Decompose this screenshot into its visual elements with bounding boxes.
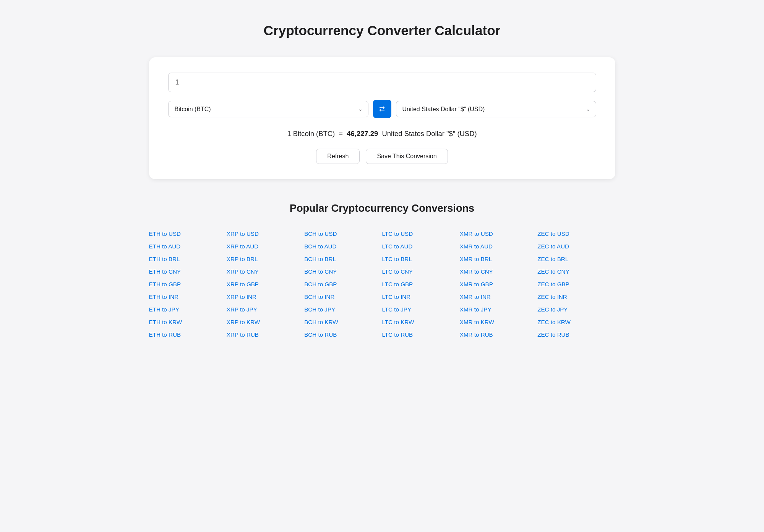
conversion-link[interactable]: XRP to AUD — [227, 241, 304, 252]
conversion-link[interactable]: BCH to RUB — [304, 329, 382, 340]
conversion-link[interactable]: LTC to AUD — [382, 241, 459, 252]
conversion-link[interactable]: LTC to GBP — [382, 279, 459, 290]
conversion-link[interactable]: ZEC to JPY — [537, 304, 615, 315]
conversion-link[interactable]: ETH to USD — [149, 228, 227, 239]
conversion-link[interactable]: ETH to KRW — [149, 316, 227, 328]
conversion-link[interactable]: BCH to KRW — [304, 316, 382, 328]
conversion-link[interactable]: LTC to INR — [382, 291, 459, 302]
conversion-link[interactable]: XMR to KRW — [460, 316, 537, 328]
to-currency-select[interactable]: United States Dollar "$" (USD) — [402, 106, 590, 112]
to-currency-wrapper: United States Dollar "$" (USD) ⌄ — [396, 101, 596, 117]
conversion-link[interactable]: LTC to CNY — [382, 266, 459, 277]
conversion-link[interactable]: ETH to RUB — [149, 329, 227, 340]
conversion-link[interactable]: LTC to USD — [382, 228, 459, 239]
popular-section: Popular Cryptocurrency Conversions ETH t… — [149, 202, 615, 340]
result-to-label: United States Dollar "$" (USD) — [382, 130, 477, 138]
conversion-link[interactable]: XRP to BRL — [227, 253, 304, 264]
conversion-link[interactable]: XRP to CNY — [227, 266, 304, 277]
conversion-link[interactable]: ZEC to KRW — [537, 316, 615, 328]
from-currency-wrapper: Bitcoin (BTC) ⌄ — [168, 101, 368, 117]
conversion-link[interactable]: XRP to RUB — [227, 329, 304, 340]
conversion-link[interactable]: ETH to GBP — [149, 279, 227, 290]
conversion-link[interactable]: LTC to KRW — [382, 316, 459, 328]
conversion-link[interactable]: XMR to JPY — [460, 304, 537, 315]
conversion-link[interactable]: BCH to CNY — [304, 266, 382, 277]
conversion-link[interactable]: XRP to GBP — [227, 279, 304, 290]
save-conversion-button[interactable]: Save This Conversion — [366, 149, 448, 164]
conversion-link[interactable]: ETH to BRL — [149, 253, 227, 264]
from-currency-select[interactable]: Bitcoin (BTC) — [175, 106, 362, 112]
swap-button[interactable]: ⇄ — [373, 100, 391, 118]
conversion-link[interactable]: XMR to CNY — [460, 266, 537, 277]
page-title: Cryptocurrency Converter Calculator — [149, 23, 615, 38]
conversion-link[interactable]: XRP to USD — [227, 228, 304, 239]
result-from-label: 1 Bitcoin (BTC) — [287, 130, 335, 138]
conversion-link[interactable]: XRP to INR — [227, 291, 304, 302]
conversion-link[interactable]: BCH to JPY — [304, 304, 382, 315]
result-equals: = — [339, 130, 343, 138]
conversion-link[interactable]: ETH to AUD — [149, 241, 227, 252]
result-value: 46,227.29 — [347, 130, 378, 138]
conversion-link[interactable]: ZEC to INR — [537, 291, 615, 302]
conversion-link[interactable]: XRP to KRW — [227, 316, 304, 328]
conversions-grid: ETH to USDXRP to USDBCH to USDLTC to USD… — [149, 228, 615, 340]
conversion-link[interactable]: ZEC to BRL — [537, 253, 615, 264]
conversion-link[interactable]: XMR to AUD — [460, 241, 537, 252]
conversion-link[interactable]: ZEC to USD — [537, 228, 615, 239]
conversion-link[interactable]: BCH to USD — [304, 228, 382, 239]
conversion-link[interactable]: XMR to USD — [460, 228, 537, 239]
swap-icon: ⇄ — [379, 105, 385, 113]
conversion-link[interactable]: LTC to BRL — [382, 253, 459, 264]
conversion-link[interactable]: LTC to RUB — [382, 329, 459, 340]
conversion-link[interactable]: XRP to JPY — [227, 304, 304, 315]
action-buttons: Refresh Save This Conversion — [168, 149, 596, 164]
converter-card: Bitcoin (BTC) ⌄ ⇄ United States Dollar "… — [149, 57, 615, 179]
conversion-link[interactable]: ZEC to RUB — [537, 329, 615, 340]
conversion-link[interactable]: ZEC to GBP — [537, 279, 615, 290]
amount-input[interactable] — [168, 73, 596, 92]
selectors-row: Bitcoin (BTC) ⌄ ⇄ United States Dollar "… — [168, 100, 596, 118]
conversion-link[interactable]: ZEC to AUD — [537, 241, 615, 252]
popular-title: Popular Cryptocurrency Conversions — [149, 202, 615, 214]
conversion-link[interactable]: BCH to BRL — [304, 253, 382, 264]
conversion-link[interactable]: XMR to GBP — [460, 279, 537, 290]
conversion-link[interactable]: XMR to RUB — [460, 329, 537, 340]
conversion-link[interactable]: BCH to GBP — [304, 279, 382, 290]
conversion-link[interactable]: ETH to CNY — [149, 266, 227, 277]
conversion-link[interactable]: ETH to JPY — [149, 304, 227, 315]
result-row: 1 Bitcoin (BTC) = 46,227.29 United State… — [168, 130, 596, 138]
conversion-link[interactable]: LTC to JPY — [382, 304, 459, 315]
conversion-link[interactable]: XMR to BRL — [460, 253, 537, 264]
conversion-link[interactable]: XMR to INR — [460, 291, 537, 302]
conversion-link[interactable]: ZEC to CNY — [537, 266, 615, 277]
conversion-link[interactable]: BCH to INR — [304, 291, 382, 302]
refresh-button[interactable]: Refresh — [316, 149, 360, 164]
conversion-link[interactable]: BCH to AUD — [304, 241, 382, 252]
conversion-link[interactable]: ETH to INR — [149, 291, 227, 302]
